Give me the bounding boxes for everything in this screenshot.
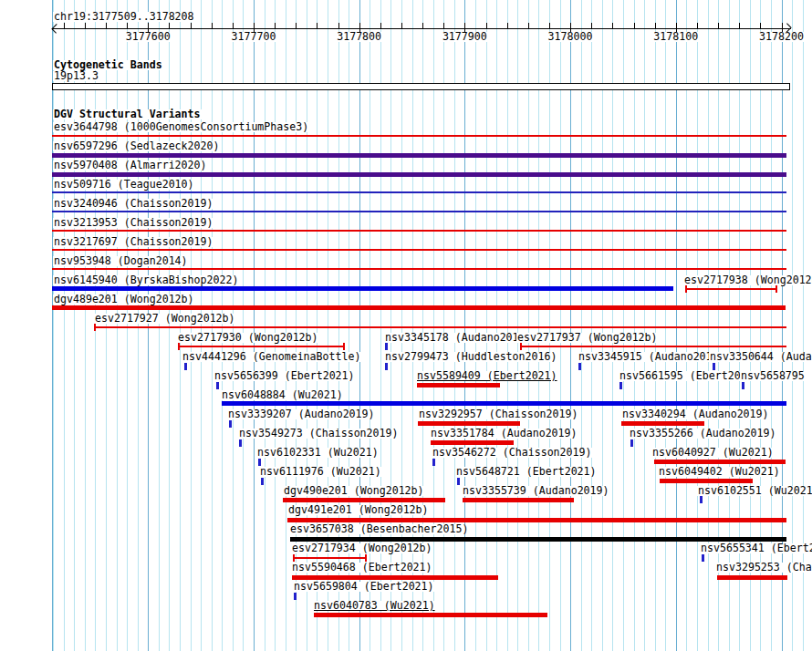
variant-bar-dgv490e201[interactable] [283, 498, 445, 502]
ruler-tick-label: 3177600 [126, 32, 171, 42]
variant-label-esv2717937[interactable]: esv2717937 (Wong2012b) [516, 333, 659, 343]
variant-label-nsv6102551[interactable]: nsv6102551 (Wu2021) [697, 486, 812, 496]
variant-label-nsv3355266[interactable]: nsv3355266 (Audano2019) [629, 429, 777, 439]
ruler-minor-tick [296, 23, 297, 28]
variant-bar-nsv6145940[interactable] [52, 286, 673, 291]
ruler-tick-label: 3177800 [337, 32, 381, 42]
variant-label-nsv3546272[interactable]: nsv3546272 (Chaisson2019) [432, 448, 593, 458]
variant-label-nsv6048884[interactable]: nsv6048884 (Wu2021) [221, 390, 344, 400]
variant-bar-nsv6049402[interactable] [660, 479, 753, 483]
variant-label-nsv6145940[interactable]: nsv6145940 (ByrskaBishop2022) [53, 275, 239, 285]
variant-label-nsv5655341[interactable]: nsv5655341 (Ebert2021) [700, 543, 812, 553]
variant-label-esv3657038[interactable]: esv3657038 (Besenbacher2015) [289, 524, 469, 534]
ruler-tick-label: 3178200 [759, 32, 804, 42]
variant-label-nsv5590468[interactable]: nsv5590468 (Ebert2021) [291, 563, 433, 573]
variant-point-nsv4441296[interactable] [184, 363, 187, 370]
variant-label-nsv5589409[interactable]: nsv5589409 (Ebert2021) [416, 371, 558, 381]
variant-label-nsv3292957[interactable]: nsv3292957 (Chaisson2019) [418, 409, 579, 419]
variant-point-nsv3355266[interactable] [630, 439, 633, 447]
variant-label-nsv3340294[interactable]: nsv3340294 (Audano2019) [621, 409, 770, 419]
grid-minor-line [686, 0, 687, 651]
variant-point-nsv3546272[interactable] [432, 459, 435, 466]
variant-point-nsv5648721[interactable] [457, 478, 460, 485]
variant-span-line-esv2717930[interactable] [178, 346, 344, 347]
variant-point-nsv3339207[interactable] [229, 420, 232, 428]
variant-label-nsv6102331[interactable]: nsv6102331 (Wu2021) [256, 448, 380, 458]
grid-minor-line [201, 0, 202, 651]
variant-point-nsv3345915[interactable] [578, 363, 581, 370]
variant-label-esv2717930[interactable]: esv2717930 (Wong2012b) [177, 333, 319, 343]
variant-label-nsv3217697[interactable]: nsv3217697 (Chaisson2019) [53, 237, 214, 247]
variant-point-nsv5661595[interactable] [619, 382, 622, 389]
variant-label-esv2717938[interactable]: esv2717938 (Wong2012b) [683, 275, 812, 285]
variant-bar-nsv3292957[interactable] [418, 421, 520, 426]
variant-bar-nsv3351784[interactable] [431, 440, 514, 445]
variant-label-nsv3345178[interactable]: nsv3345178 (Audano2019) [384, 333, 533, 343]
variant-point-nsv5658795[interactable] [742, 382, 744, 389]
variant-line-nsv3240946[interactable] [52, 211, 786, 212]
variant-label-nsv4441296[interactable]: nsv4441296 (GenomeinaBottle) [182, 352, 361, 362]
grid-minor-line [127, 0, 128, 651]
variant-label-nsv3295253[interactable]: nsv3295253 (Chaisson2019) [715, 563, 812, 573]
variant-point-nsv6102551[interactable] [700, 496, 703, 503]
variant-label-nsv3549273[interactable]: nsv3549273 (Chaisson2019) [238, 429, 400, 439]
variant-line-nsv3213953[interactable] [52, 230, 786, 232]
variant-span-line-esv2717934[interactable] [293, 557, 366, 559]
variant-line-nsv509716[interactable] [52, 191, 786, 193]
variant-bar-nsv5589409[interactable] [417, 383, 500, 388]
variant-label-nsv6049402[interactable]: nsv6049402 (Wu2021) [658, 467, 781, 477]
variant-label-nsv3339207[interactable]: nsv3339207 (Audano2019) [227, 409, 376, 419]
variant-bar-nsv3355739[interactable] [463, 498, 574, 502]
variant-label-nsv3213953[interactable]: nsv3213953 (Chaisson2019) [53, 218, 214, 228]
variant-label-nsv2799473[interactable]: nsv2799473 (Huddleston2016) [384, 352, 557, 362]
variant-label-nsv953948[interactable]: nsv953948 (Dogan2014) [53, 256, 189, 266]
variant-label-nsv6040927[interactable]: nsv6040927 (Wu2021) [651, 448, 775, 458]
variant-point-nsv5655341[interactable] [702, 554, 704, 562]
variant-line-nsv3217697[interactable] [52, 249, 786, 251]
variant-point-nsv3345178[interactable] [385, 343, 388, 350]
variant-bar-nsv6048884[interactable] [222, 401, 786, 406]
variant-point-nsv5659804[interactable] [294, 593, 297, 600]
variant-label-nsv6597296[interactable]: nsv6597296 (Sedlazeck2020) [53, 141, 220, 151]
variant-point-nsv6111976[interactable] [261, 478, 264, 485]
grid-minor-line [180, 0, 181, 651]
variant-label-nsv5656399[interactable]: nsv5656399 (Ebert2021) [213, 371, 356, 381]
variant-label-nsv6040783[interactable]: nsv6040783 (Wu2021) [313, 601, 436, 611]
variant-bar-nsv3295253[interactable] [717, 575, 787, 580]
variant-line-nsv953948[interactable] [52, 268, 786, 270]
cytoband-rect[interactable] [52, 83, 790, 90]
variant-label-nsv3350644[interactable]: nsv3350644 (Audano2019) [709, 352, 812, 362]
variant-label-dgv490e201[interactable]: dgv490e201 (Wong2012b) [283, 486, 425, 496]
variant-label-nsv3351784[interactable]: nsv3351784 (Audano2019) [430, 429, 578, 439]
variant-label-nsv5648721[interactable]: nsv5648721 (Ebert2021) [455, 467, 598, 477]
variant-span-line-esv2717927[interactable] [94, 326, 786, 328]
variant-label-dgv489e201[interactable]: dgv489e201 (Wong2012b) [53, 294, 195, 305]
variant-point-nsv2799473[interactable] [385, 363, 388, 370]
variant-bar-nsv6040783[interactable] [314, 613, 547, 617]
grid-minor-line [612, 0, 613, 651]
variant-label-nsv5659804[interactable]: nsv5659804 (Ebert2021) [293, 582, 435, 592]
variant-label-esv3644798[interactable]: esv3644798 (1000GenomesConsortiumPhase3) [53, 122, 309, 132]
variant-span-line-esv2717937[interactable] [520, 346, 786, 347]
variant-point-nsv5656399[interactable] [216, 382, 219, 389]
variant-point-nsv3549273[interactable] [239, 439, 242, 447]
variant-label-nsv3240946[interactable]: nsv3240946 (Chaisson2019) [53, 199, 214, 209]
variant-bar-nsv6040927[interactable] [654, 460, 786, 464]
variant-line-esv3644798[interactable] [52, 135, 786, 137]
variant-label-dgv491e201[interactable]: dgv491e201 (Wong2012b) [287, 505, 430, 515]
variant-bar-dgv489e201[interactable] [52, 305, 786, 310]
variant-label-nsv3355739[interactable]: nsv3355739 (Audano2019) [462, 486, 610, 496]
variant-bar-nsv5970408[interactable] [52, 172, 786, 177]
grid-minor-line [64, 0, 65, 651]
ruler-minor-tick [718, 23, 719, 28]
variant-label-nsv509716[interactable]: nsv509716 (Teague2010) [53, 180, 195, 190]
variant-label-nsv3345915[interactable]: nsv3345915 (Audano2019) [578, 352, 726, 362]
variant-span-line-esv2717938[interactable] [685, 288, 776, 290]
variant-label-nsv6111976[interactable]: nsv6111976 (Wu2021) [259, 467, 382, 477]
variant-label-esv2717927[interactable]: esv2717927 (Wong2012b) [94, 314, 236, 324]
variant-bar-nsv3340294[interactable] [621, 421, 704, 426]
variant-bar-nsv6597296[interactable] [52, 153, 786, 158]
variant-label-nsv5970408[interactable]: nsv5970408 (Almarri2020) [53, 160, 208, 170]
variant-label-nsv5658795[interactable]: nsv5658795 (Ebert2021) [740, 371, 812, 381]
variant-label-esv2717934[interactable]: esv2717934 (Wong2012b) [291, 543, 433, 553]
